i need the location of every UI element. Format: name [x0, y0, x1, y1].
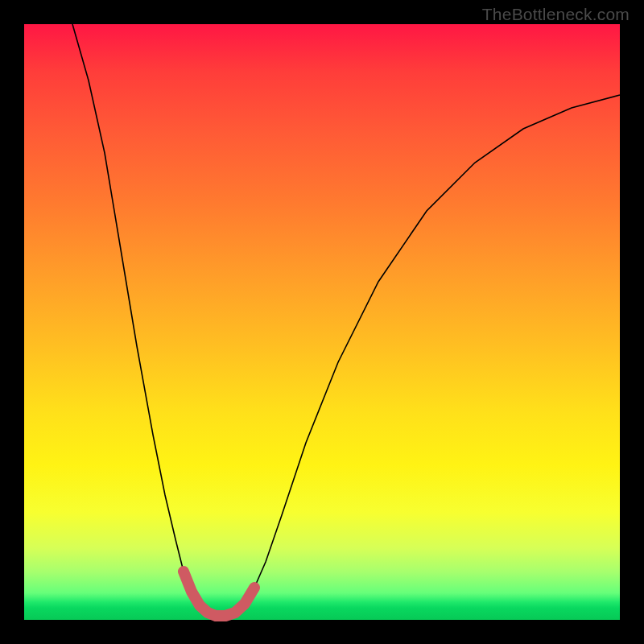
curve-svg	[24, 24, 620, 620]
bottleneck-curve-line	[72, 24, 620, 616]
sweet-spot-highlight-line	[184, 572, 254, 616]
gradient-plot-area	[24, 24, 620, 620]
chart-frame: TheBottleneck.com	[0, 0, 644, 644]
watermark-text: TheBottleneck.com	[482, 5, 630, 24]
